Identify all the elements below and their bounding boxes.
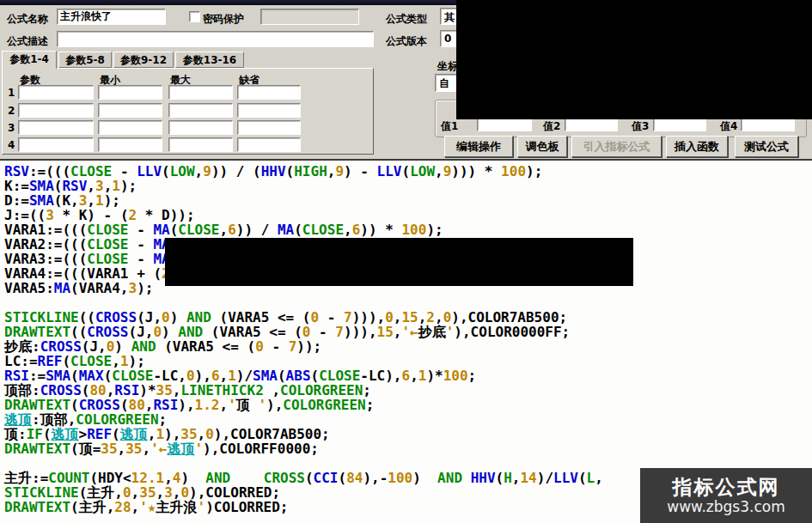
value4-label: 值4 bbox=[720, 119, 737, 134]
param-row-number: 3 bbox=[8, 122, 15, 134]
tab-params-5-8[interactable]: 参数5-8 bbox=[58, 52, 112, 68]
code-line bbox=[4, 295, 812, 310]
param-cell-input[interactable] bbox=[237, 85, 301, 100]
tab-params-1-4[interactable]: 参数1-4 bbox=[2, 51, 57, 69]
param-cell-input[interactable] bbox=[18, 120, 94, 135]
password-input bbox=[260, 9, 359, 25]
code-line: DRAWTEXT((CROSS(J,0) AND (VARA5 <= (0 - … bbox=[4, 325, 812, 339]
param-cell-input[interactable] bbox=[237, 103, 301, 118]
param-cell-input[interactable] bbox=[98, 137, 162, 152]
edit-operations-button[interactable]: 编辑操作 bbox=[444, 136, 513, 157]
param-cell-input[interactable] bbox=[98, 103, 162, 118]
password-protect-label: 密码保护 bbox=[203, 12, 244, 27]
code-line: 顶部:CROSS(80,RSI)*35,LINETHICK2 ,COLORGRE… bbox=[4, 383, 812, 398]
param-cell-input[interactable] bbox=[18, 137, 94, 152]
param-row-number: 2 bbox=[8, 105, 15, 117]
coordinate-label: 坐标 bbox=[437, 59, 458, 74]
param-cell-input[interactable] bbox=[168, 120, 233, 135]
site-watermark: 指标公式网 www.zbgs3.com bbox=[640, 468, 812, 523]
param-row-number: 1 bbox=[8, 87, 15, 99]
code-line: DRAWTEXT(CROSS(80,RSI),1.2,'顶 '),COLORGR… bbox=[4, 398, 812, 412]
param-cell-input[interactable] bbox=[18, 103, 94, 118]
code-line: RSI:=SMA(MAX(CLOSE-LC,0),6,1)/SMA(ABS(CL… bbox=[4, 368, 812, 383]
code-line: RSV:=(((CLOSE - LLV(LOW,9)) / (HHV(HIGH,… bbox=[4, 164, 812, 179]
code-line: STICKLINE((CROSS(J,0) AND (VARA5 <= (0 -… bbox=[4, 310, 812, 325]
formula-name-label: 公式名称 bbox=[7, 12, 48, 27]
param-cell-input[interactable] bbox=[168, 103, 233, 118]
redaction-box-code bbox=[165, 238, 633, 286]
formula-type-label: 公式类型 bbox=[386, 12, 427, 27]
param-cell-input[interactable] bbox=[168, 85, 233, 100]
insert-function-button[interactable]: 插入函数 bbox=[666, 136, 728, 157]
param-cell-input[interactable] bbox=[168, 137, 233, 152]
tab-params-13-16[interactable]: 参数13-16 bbox=[175, 52, 244, 68]
value3-label: 值3 bbox=[632, 119, 649, 134]
param-cell-input[interactable] bbox=[98, 120, 162, 135]
value1-label: 值1 bbox=[441, 119, 458, 134]
import-indicator-formula-button: 引入指标公式 bbox=[571, 136, 662, 157]
param-row-number: 4 bbox=[8, 139, 15, 151]
param-cell-input[interactable] bbox=[237, 120, 301, 135]
code-line: DRAWTEXT(顶=35,35,'←逃顶'),COLORFF0000; bbox=[4, 441, 812, 456]
palette-button[interactable]: 调色板 bbox=[517, 136, 567, 157]
code-line: LC:=REF(CLOSE,1); bbox=[4, 354, 812, 368]
value2-label: 值2 bbox=[543, 119, 560, 134]
formula-desc-label: 公式描述 bbox=[7, 34, 48, 49]
formula-version-label: 公式版本 bbox=[386, 34, 427, 49]
formula-editor-window: 公式名称 密码保护 公式类型 其 公式描述 公式版本 0 坐标 自 参数1-4 … bbox=[0, 0, 812, 523]
param-cell-input[interactable] bbox=[237, 137, 301, 152]
watermark-url: www.zbgs3.com bbox=[667, 498, 785, 515]
redaction-box-top-right bbox=[456, 0, 812, 119]
tab-params-9-12[interactable]: 参数9-12 bbox=[113, 52, 174, 68]
code-line: 逃顶:顶部,COLORGREEN; bbox=[4, 412, 812, 427]
param-cell-input[interactable] bbox=[98, 85, 162, 100]
param-cell-input[interactable] bbox=[18, 85, 94, 100]
code-line: D:=SMA(K,3,1); bbox=[4, 193, 812, 208]
code-line: VARA1:=(((CLOSE - MA(CLOSE,6)) / MA(CLOS… bbox=[4, 222, 812, 237]
formula-desc-input[interactable] bbox=[57, 31, 374, 47]
parameter-table-panel: 参数 最小 最大 缺省 1 2 3 4 bbox=[2, 68, 374, 155]
password-protect-checkbox[interactable] bbox=[189, 11, 200, 22]
code-line: J:=((3 * K) - (2 * D)); bbox=[4, 208, 812, 222]
watermark-title: 指标公式网 bbox=[673, 476, 780, 498]
code-line: K:=SMA(RSV,3,1); bbox=[4, 179, 812, 193]
code-line: 顶:IF(逃顶>REF(逃顶,1),35,0),COLOR7AB500; bbox=[4, 427, 812, 441]
test-formula-button[interactable]: 测试公式 bbox=[735, 136, 798, 157]
formula-name-input[interactable] bbox=[57, 9, 166, 25]
code-line: 抄底:CROSS(J,0) AND (VARA5 <= (0 - 7)); bbox=[4, 339, 812, 354]
